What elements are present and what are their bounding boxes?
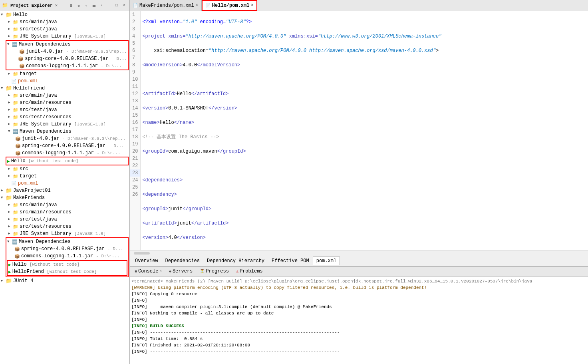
tree-label: src/test/resources xyxy=(20,224,72,229)
tree-maven-deps-hf[interactable]: ▼ 🆕 Maven Dependencies xyxy=(0,128,129,135)
bottom-tab-console[interactable]: ■ Console × xyxy=(131,268,165,275)
bottom-tab-servers[interactable]: ◆ Servers xyxy=(166,268,196,275)
tab-label: Hello/pom.xml xyxy=(212,3,250,8)
tree-label: src/test/java xyxy=(20,26,57,32)
expand-arrow: ► xyxy=(8,101,13,105)
jar-icon: 📦 xyxy=(15,151,21,156)
tree-jar-commons-mf[interactable]: 📦 commons-logging-1.1.1.jar - D:\r... xyxy=(6,253,128,260)
tree-jar-commons-hello[interactable]: ► 📦 commons-logging-1.1.1.jar - D:\... xyxy=(6,62,128,70)
line-num-14: 14 xyxy=(130,105,140,112)
tree-project-junit4[interactable]: ► 📁 JUnit 4 xyxy=(0,277,129,284)
tree-maven-deps-mf[interactable]: ▼ 🆕 Maven Dependencies xyxy=(6,238,128,245)
line-numbers-col: 1 2 3 4 5 6 7 8 9 10 11 12 13 14 15 16 1… xyxy=(130,11,141,250)
console-info-line-2: [INFO] xyxy=(131,297,586,304)
pom-tab-hierarchy[interactable]: Dependency Hierarchy xyxy=(203,257,268,265)
tree-pom-hello[interactable]: 📄 pom.xml xyxy=(0,78,129,85)
bottom-tab-progress[interactable]: ⏳ Progress xyxy=(197,268,232,275)
tree-jar-spring-hello[interactable]: ► 📦 spring-core-4.0.0.RELEASE.jar - D... xyxy=(6,55,128,62)
filter-icon[interactable]: ▿ xyxy=(83,2,89,9)
tree-jar-junit-hf[interactable]: 📦 junit-4.0.jar - D:\maven-3.6.3\\rep... xyxy=(0,135,129,142)
tree-src-main-java-mf[interactable]: ► 📁 src/main/java xyxy=(0,201,129,209)
tree-label: src/test/resources xyxy=(20,114,72,120)
tree-src-main-res-hf[interactable]: ► 📁 src/main/resources xyxy=(0,99,129,106)
line-num-7: 7 xyxy=(130,54,140,62)
tree-target-hf[interactable]: ► 📁 target xyxy=(0,173,129,180)
link-icon[interactable]: ⚌ xyxy=(91,2,97,9)
panel-close[interactable]: × xyxy=(55,3,58,8)
tree-label: JRE System Library [JavaSE-1.8] xyxy=(20,121,106,127)
panel-header: 📁 Project Explorer × ≣ ↻ ▿ ⚌ ⋮ − □ × xyxy=(0,0,129,11)
src-folder-icon: 📁 xyxy=(13,203,18,208)
expand-arrow: ► xyxy=(8,232,13,236)
tree-src-test-java-hf[interactable]: ► 📁 src/test/java xyxy=(0,106,129,113)
code-line-8: <name>Hello</name> xyxy=(142,119,588,126)
tree-src-main-java-hf[interactable]: ► 📁 src/main/java xyxy=(0,92,129,99)
code-line-1: <?xml version="1.0" encoding="UTF-8"?> xyxy=(142,18,588,26)
pom-icon: 📄 xyxy=(11,79,17,84)
tab-hello-pom[interactable]: 📄 Hello/pom.xml × xyxy=(202,0,258,11)
tree-src-test-java-hello[interactable]: ► 📁 src/test/java xyxy=(0,26,129,33)
console-info-line-4: [INFO] Nothing to compile - all classes … xyxy=(131,310,586,316)
tree-jre-mf[interactable]: ► 📁 JRE System Library [JavaSE-1.8] xyxy=(0,230,129,237)
tree-run-hellofriend-mf[interactable]: ▶ HelloFriend [without test code] xyxy=(8,268,127,275)
tree-jre-hello[interactable]: ► 📁 JRE System Library [JavaSE-1.8] xyxy=(0,33,129,40)
bottom-tab-problems[interactable]: ⚠ Problems xyxy=(233,268,266,275)
horizontal-scrollbar[interactable] xyxy=(130,250,588,256)
tree-project-hello[interactable]: ▼ 📁 Hello xyxy=(0,11,129,18)
maximize-icon[interactable]: □ xyxy=(113,2,120,9)
console-close-icon[interactable]: × xyxy=(159,269,161,273)
pom-icon: 📄 xyxy=(11,181,17,186)
line-num-20: 20 xyxy=(130,148,140,155)
tree-pom-hf[interactable]: 📄 pom.xml xyxy=(0,180,129,187)
tree-maven-deps-hello[interactable]: ▼ 🆕 Maven Dependencies xyxy=(6,41,128,48)
tree-src-test-res-hf[interactable]: ► 📁 src/test/resources xyxy=(0,113,129,121)
tree-run-hello-mf[interactable]: ▶ Hello [without test code] xyxy=(8,261,127,268)
pom-tab-overview[interactable]: Overview xyxy=(131,257,162,265)
tree-label: Hello [without test code] xyxy=(12,262,80,267)
jar-icon: 📦 xyxy=(18,56,24,62)
tree-src-main-res-mf[interactable]: ► 📁 src/main/resources xyxy=(0,209,129,216)
expand-arrow: ▼ xyxy=(8,129,13,133)
pom-tab-effective[interactable]: Effective POM xyxy=(268,257,313,265)
code-line-13: <dependency> xyxy=(142,191,588,198)
tree-label: Maven Dependencies xyxy=(20,129,72,134)
tree-jar-spring-mf[interactable]: 📦 spring-core-4.0.0.RELEASE.jar - D... xyxy=(6,245,128,253)
pom-tab-xml[interactable]: pom.xml xyxy=(313,257,340,265)
console-time-line: [INFO] Total time: 0.884 s xyxy=(131,336,586,342)
line-num-22: 22 xyxy=(130,162,140,169)
minimize-icon[interactable]: − xyxy=(106,2,112,9)
tree-jar-spring-hf[interactable]: 📦 spring-core-4.0.0.RELEASE.jar - D... xyxy=(0,142,129,149)
collapse-all-icon[interactable]: ≣ xyxy=(68,2,74,9)
tree-jar-junit-hello[interactable]: ► 📦 junit-4.0.jar - D:\maven-3.6.3\rep..… xyxy=(6,48,128,55)
tree-label: src/main/java xyxy=(20,93,57,98)
tree-project-javaproject01[interactable]: ► 📁 JavaProject01 xyxy=(0,187,129,194)
tree-src-test-java-mf[interactable]: ► 📁 src/test/java xyxy=(0,216,129,223)
expand-arrow: ► xyxy=(8,203,13,207)
tree-src-test-res-mf[interactable]: ► 📁 src/test/resources xyxy=(0,223,129,230)
tree-jar-commons-hf[interactable]: 📦 commons-logging-1.1.1.jar - D:\r... xyxy=(0,149,129,157)
folder-icon: 📁 xyxy=(13,72,18,77)
panel-close-icon[interactable]: × xyxy=(121,2,127,9)
tree-target-hello[interactable]: ► 📁 target xyxy=(0,70,129,78)
tree-project-hellofriend[interactable]: ▼ 📁 HelloFriend xyxy=(0,85,129,92)
tree-jre-hf[interactable]: ► 📁 JRE System Library [JavaSE-1.8] xyxy=(0,121,129,128)
bottom-tab-label: Console xyxy=(138,269,158,274)
jar-icon: 📦 xyxy=(19,49,25,54)
tree-src-main-java-hello[interactable]: ► 📁 src/main/java xyxy=(0,18,129,26)
line-num-6: 6 xyxy=(130,47,140,54)
tree-run-hello-hf[interactable]: ▶ Hello [without test code] xyxy=(6,157,128,165)
tab-close-button[interactable]: × xyxy=(251,3,253,8)
tab-close-button[interactable]: × xyxy=(196,3,198,8)
tree-label: HelloFriend xyxy=(13,86,45,91)
jar-icon: 📦 xyxy=(15,143,21,149)
expand-arrow: ► xyxy=(1,189,6,193)
tree-src-hf[interactable]: ► 📁 src xyxy=(0,165,129,173)
code-editor[interactable]: <?xml version="1.0" encoding="UTF-8"?> <… xyxy=(141,11,588,250)
tree-label: src/main/java xyxy=(20,202,57,208)
tab-makefriends-pom[interactable]: 📄 MakeFriends/pom.xml × xyxy=(130,0,202,11)
console-icon: ■ xyxy=(135,269,137,274)
sync-icon[interactable]: ↻ xyxy=(75,2,82,9)
pom-tab-dependencies[interactable]: Dependencies xyxy=(162,257,203,265)
view-menu-icon[interactable]: ⋮ xyxy=(98,2,105,9)
tree-project-makefriends[interactable]: ▼ 📁 MakeFriends xyxy=(0,194,129,201)
